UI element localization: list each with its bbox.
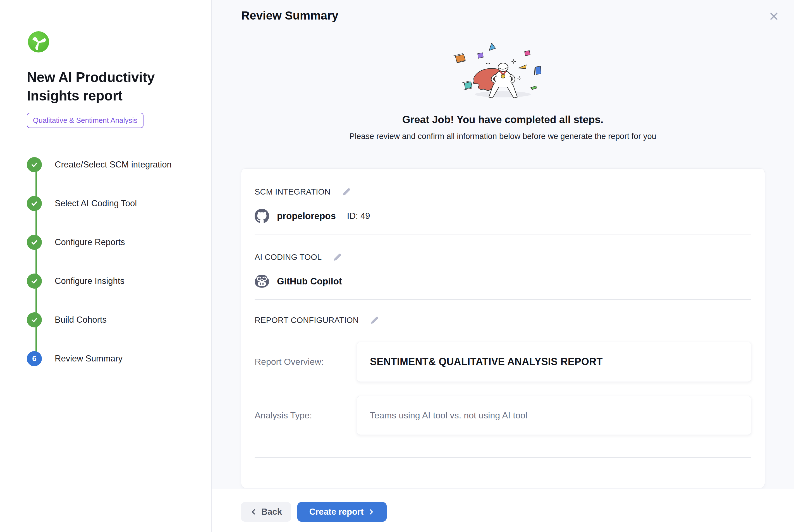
close-icon[interactable] xyxy=(767,10,781,23)
wizard-stepper: Create/Select SCM integration Select AI … xyxy=(27,157,200,390)
edit-scm-integration-icon[interactable] xyxy=(340,185,353,198)
ai-coding-tool-name: GitHub Copilot xyxy=(277,276,342,287)
report-configuration-label: REPORT CONFIGURATION xyxy=(254,316,359,325)
step-complete-check-icon xyxy=(27,157,42,172)
create-report-button-label: Create report xyxy=(309,507,364,517)
step-label: Configure Reports xyxy=(55,235,125,250)
chevron-right-icon xyxy=(367,508,375,515)
scm-integration-name: propelorepos xyxy=(277,211,336,221)
step-label: Build Cohorts xyxy=(55,312,107,327)
step-complete-check-icon xyxy=(27,273,42,289)
step-item-scm-integration[interactable]: Create/Select SCM integration xyxy=(27,157,200,196)
propelo-logo-icon xyxy=(28,31,49,53)
step-label: Create/Select SCM integration xyxy=(55,157,172,172)
section-divider xyxy=(254,457,751,458)
step-complete-check-icon xyxy=(27,312,42,327)
github-icon xyxy=(254,209,269,223)
analysis-type-value-box: Teams using AI tool vs. not using AI too… xyxy=(357,396,751,435)
congrats-subtext: Please review and confirm all informatio… xyxy=(212,132,794,141)
review-summary-card: SCM INTEGRATION propelorepos ID: 49 AI C… xyxy=(241,168,765,488)
edit-report-configuration-icon[interactable] xyxy=(368,314,381,327)
wizard-title: New AI Productivity Insights report xyxy=(27,68,172,105)
scm-integration-value-row: propelorepos ID: 49 xyxy=(254,208,751,224)
analysis-type-value: Teams using AI tool vs. not using AI too… xyxy=(370,410,527,421)
scm-integration-id: ID: 49 xyxy=(347,211,370,221)
wizard-footer: Back Create report xyxy=(212,489,794,532)
report-wizard: New AI Productivity Insights report Qual… xyxy=(0,0,794,532)
report-type-badge: Qualitative & Sentiment Analysis xyxy=(27,113,144,128)
step-item-build-cohorts[interactable]: Build Cohorts xyxy=(27,312,200,351)
edit-ai-coding-tool-icon[interactable] xyxy=(331,251,344,264)
review-summary-panel: Review Summary xyxy=(212,0,794,532)
analysis-type-field-label: Analysis Type: xyxy=(254,410,357,421)
create-report-button[interactable]: Create report xyxy=(297,502,387,522)
scm-integration-label: SCM INTEGRATION xyxy=(254,187,330,196)
step-complete-check-icon xyxy=(27,235,42,250)
back-button-label: Back xyxy=(261,507,282,517)
wizard-sidebar: New AI Productivity Insights report Qual… xyxy=(0,0,212,532)
step-complete-check-icon xyxy=(27,196,42,211)
section-divider xyxy=(254,299,751,300)
ai-coding-tool-label: AI CODING TOOL xyxy=(254,253,322,262)
step-label: Review Summary xyxy=(55,351,122,366)
page-title: Review Summary xyxy=(241,9,338,22)
step-item-configure-reports[interactable]: Configure Reports xyxy=(27,235,200,273)
report-overview-field-label: Report Overview: xyxy=(254,357,357,367)
congrats-block: Great Job! You have completed all steps.… xyxy=(212,39,794,141)
report-overview-row: Report Overview: SENTIMENT& QUALITATIVE … xyxy=(254,342,751,382)
report-overview-value: SENTIMENT& QUALITATIVE ANALYSIS REPORT xyxy=(370,356,603,367)
analysis-type-row: Analysis Type: Teams using AI tool vs. n… xyxy=(254,396,751,435)
step-label: Select AI Coding Tool xyxy=(55,196,137,211)
step-label: Configure Insights xyxy=(55,273,125,289)
back-button[interactable]: Back xyxy=(241,502,291,522)
step-item-ai-coding-tool[interactable]: Select AI Coding Tool xyxy=(27,196,200,235)
step-item-configure-insights[interactable]: Configure Insights xyxy=(27,273,200,312)
section-divider xyxy=(254,234,751,234)
report-overview-value-box: SENTIMENT& QUALITATIVE ANALYSIS REPORT xyxy=(357,342,751,382)
step-item-review-summary[interactable]: 6 Review Summary xyxy=(27,351,200,390)
celebration-illustration xyxy=(444,39,562,109)
ai-coding-tool-value-row: GitHub Copilot xyxy=(254,273,751,289)
step-number-badge: 6 xyxy=(27,351,42,366)
chevron-left-icon xyxy=(250,508,258,515)
congrats-heading: Great Job! You have completed all steps. xyxy=(212,114,794,126)
github-copilot-icon xyxy=(254,274,269,289)
